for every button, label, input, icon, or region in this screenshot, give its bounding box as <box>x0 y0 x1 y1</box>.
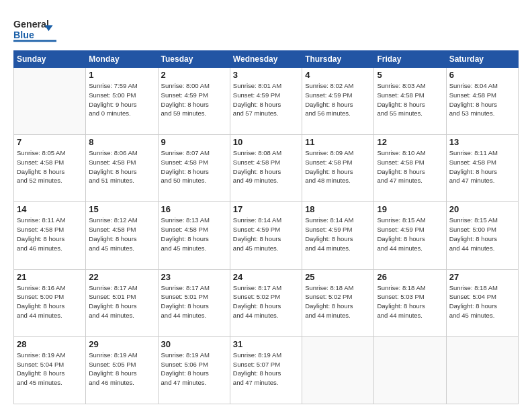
day-info: Sunrise: 8:18 AMSunset: 5:04 PMDaylight:… <box>449 283 515 320</box>
calendar-cell: 22Sunrise: 8:17 AMSunset: 5:01 PMDayligh… <box>86 269 158 336</box>
day-number: 31 <box>233 339 299 349</box>
day-info: Sunrise: 8:08 AMSunset: 4:58 PMDaylight:… <box>233 148 299 185</box>
day-info: Sunrise: 8:17 AMSunset: 5:02 PMDaylight:… <box>233 283 299 320</box>
day-number: 9 <box>161 137 227 147</box>
weekday-header-thursday: Thursday <box>302 51 374 68</box>
weekday-header-monday: Monday <box>86 51 158 68</box>
day-number: 14 <box>17 204 83 214</box>
day-info: Sunrise: 8:10 AMSunset: 4:58 PMDaylight:… <box>377 148 443 185</box>
calendar-cell <box>374 336 446 404</box>
calendar-cell: 12Sunrise: 8:10 AMSunset: 4:58 PMDayligh… <box>374 135 446 202</box>
day-info: Sunrise: 8:19 AMSunset: 5:07 PMDaylight:… <box>233 351 299 387</box>
day-info: Sunrise: 8:04 AMSunset: 4:58 PMDaylight:… <box>449 81 515 118</box>
day-number: 24 <box>233 272 299 282</box>
day-number: 12 <box>377 137 443 147</box>
calendar-cell <box>446 336 518 404</box>
calendar-cell: 23Sunrise: 8:17 AMSunset: 5:01 PMDayligh… <box>158 269 230 336</box>
day-info: Sunrise: 8:19 AMSunset: 5:05 PMDaylight:… <box>89 351 154 387</box>
day-number: 20 <box>449 204 515 214</box>
header: General Blue <box>13 12 519 45</box>
calendar-cell: 30Sunrise: 8:19 AMSunset: 5:06 PMDayligh… <box>158 336 230 404</box>
page: General Blue SundayMondayTuesdayWednesda… <box>0 0 532 411</box>
calendar-cell: 18Sunrise: 8:14 AMSunset: 4:59 PMDayligh… <box>302 202 374 269</box>
calendar-cell: 13Sunrise: 8:11 AMSunset: 4:58 PMDayligh… <box>446 135 518 202</box>
day-info: Sunrise: 8:05 AMSunset: 4:58 PMDaylight:… <box>17 148 83 185</box>
calendar-cell: 28Sunrise: 8:19 AMSunset: 5:04 PMDayligh… <box>14 336 86 404</box>
day-number: 21 <box>17 272 83 282</box>
calendar-cell: 27Sunrise: 8:18 AMSunset: 5:04 PMDayligh… <box>446 269 518 336</box>
day-number: 8 <box>89 137 154 147</box>
day-info: Sunrise: 8:16 AMSunset: 5:00 PMDaylight:… <box>17 283 83 320</box>
weekday-header-sunday: Sunday <box>14 51 86 68</box>
weekday-header-tuesday: Tuesday <box>158 51 230 68</box>
day-number: 13 <box>449 137 515 147</box>
day-info: Sunrise: 8:17 AMSunset: 5:01 PMDaylight:… <box>161 283 227 320</box>
day-number: 23 <box>161 272 227 282</box>
day-info: Sunrise: 8:15 AMSunset: 5:00 PMDaylight:… <box>449 216 515 253</box>
day-info: Sunrise: 8:13 AMSunset: 4:58 PMDaylight:… <box>161 216 227 253</box>
calendar-cell: 3Sunrise: 8:01 AMSunset: 4:59 PMDaylight… <box>230 68 302 135</box>
day-number: 3 <box>233 70 299 80</box>
weekday-header-wednesday: Wednesday <box>230 51 302 68</box>
calendar-cell: 6Sunrise: 8:04 AMSunset: 4:58 PMDaylight… <box>446 68 518 135</box>
day-number: 18 <box>305 204 371 214</box>
day-number: 15 <box>89 204 154 214</box>
calendar-cell: 9Sunrise: 8:07 AMSunset: 4:58 PMDaylight… <box>158 135 230 202</box>
calendar-cell: 1Sunrise: 7:59 AMSunset: 5:00 PMDaylight… <box>86 68 158 135</box>
calendar-cell: 24Sunrise: 8:17 AMSunset: 5:02 PMDayligh… <box>230 269 302 336</box>
calendar-table: SundayMondayTuesdayWednesdayThursdayFrid… <box>13 50 519 404</box>
calendar-cell: 21Sunrise: 8:16 AMSunset: 5:00 PMDayligh… <box>14 269 86 336</box>
day-number: 10 <box>233 137 299 147</box>
calendar-cell: 11Sunrise: 8:09 AMSunset: 4:58 PMDayligh… <box>302 135 374 202</box>
day-number: 30 <box>161 339 227 349</box>
day-info: Sunrise: 8:09 AMSunset: 4:58 PMDaylight:… <box>305 148 371 185</box>
calendar-cell <box>302 336 374 404</box>
day-info: Sunrise: 8:06 AMSunset: 4:58 PMDaylight:… <box>89 148 154 185</box>
calendar-cell: 19Sunrise: 8:15 AMSunset: 4:59 PMDayligh… <box>374 202 446 269</box>
calendar-cell <box>14 68 86 135</box>
day-number: 5 <box>377 70 443 80</box>
svg-text:Blue: Blue <box>13 30 34 40</box>
day-number: 19 <box>377 204 443 214</box>
weekday-header-friday: Friday <box>374 51 446 68</box>
day-number: 7 <box>17 137 83 147</box>
calendar-cell: 31Sunrise: 8:19 AMSunset: 5:07 PMDayligh… <box>230 336 302 404</box>
calendar-cell: 10Sunrise: 8:08 AMSunset: 4:58 PMDayligh… <box>230 135 302 202</box>
calendar-cell: 17Sunrise: 8:14 AMSunset: 4:59 PMDayligh… <box>230 202 302 269</box>
calendar-cell: 8Sunrise: 8:06 AMSunset: 4:58 PMDaylight… <box>86 135 158 202</box>
day-info: Sunrise: 8:14 AMSunset: 4:59 PMDaylight:… <box>305 216 371 253</box>
day-info: Sunrise: 8:17 AMSunset: 5:01 PMDaylight:… <box>89 283 154 320</box>
day-number: 11 <box>305 137 371 147</box>
day-number: 6 <box>449 70 515 80</box>
calendar-cell: 7Sunrise: 8:05 AMSunset: 4:58 PMDaylight… <box>14 135 86 202</box>
weekday-header-saturday: Saturday <box>446 51 518 68</box>
day-number: 16 <box>161 204 227 214</box>
day-info: Sunrise: 8:03 AMSunset: 4:58 PMDaylight:… <box>377 81 443 118</box>
day-info: Sunrise: 8:11 AMSunset: 4:58 PMDaylight:… <box>17 216 83 253</box>
day-number: 4 <box>305 70 371 80</box>
day-info: Sunrise: 8:19 AMSunset: 5:06 PMDaylight:… <box>161 351 227 387</box>
day-info: Sunrise: 8:07 AMSunset: 4:58 PMDaylight:… <box>161 148 227 185</box>
calendar-cell: 15Sunrise: 8:12 AMSunset: 4:58 PMDayligh… <box>86 202 158 269</box>
calendar-cell: 4Sunrise: 8:02 AMSunset: 4:59 PMDaylight… <box>302 68 374 135</box>
logo: General Blue <box>13 15 67 45</box>
svg-rect-3 <box>13 40 56 42</box>
day-number: 17 <box>233 204 299 214</box>
day-number: 28 <box>17 339 83 349</box>
day-number: 22 <box>89 272 154 282</box>
calendar-cell: 26Sunrise: 8:18 AMSunset: 5:03 PMDayligh… <box>374 269 446 336</box>
day-info: Sunrise: 8:14 AMSunset: 4:59 PMDaylight:… <box>233 216 299 253</box>
day-info: Sunrise: 8:11 AMSunset: 4:58 PMDaylight:… <box>449 148 515 185</box>
logo-svg: General Blue <box>13 15 67 45</box>
day-number: 1 <box>89 70 154 80</box>
day-info: Sunrise: 8:00 AMSunset: 4:59 PMDaylight:… <box>161 81 227 118</box>
calendar-cell: 2Sunrise: 8:00 AMSunset: 4:59 PMDaylight… <box>158 68 230 135</box>
day-info: Sunrise: 8:18 AMSunset: 5:02 PMDaylight:… <box>305 283 371 320</box>
day-number: 29 <box>89 339 154 349</box>
day-number: 26 <box>377 272 443 282</box>
day-info: Sunrise: 8:12 AMSunset: 4:58 PMDaylight:… <box>89 216 154 253</box>
calendar-cell: 20Sunrise: 8:15 AMSunset: 5:00 PMDayligh… <box>446 202 518 269</box>
day-info: Sunrise: 8:02 AMSunset: 4:59 PMDaylight:… <box>305 81 371 118</box>
calendar-cell: 14Sunrise: 8:11 AMSunset: 4:58 PMDayligh… <box>14 202 86 269</box>
day-number: 25 <box>305 272 371 282</box>
